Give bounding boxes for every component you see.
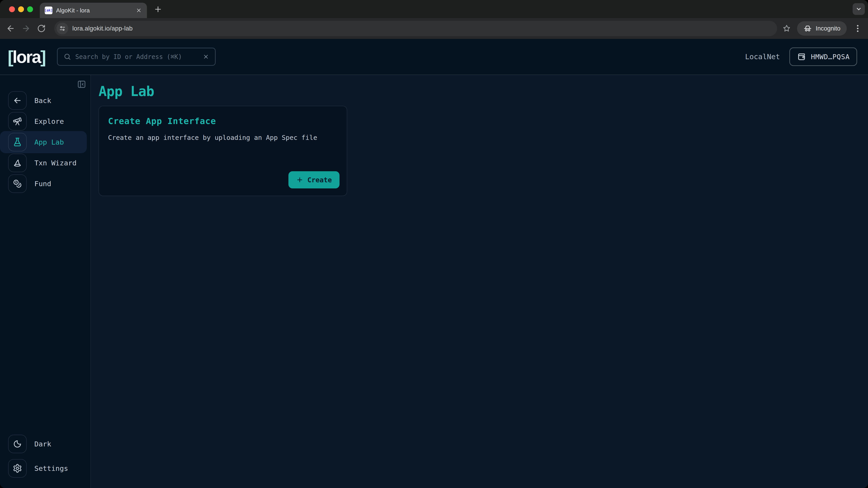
browser-menu-button[interactable] bbox=[852, 22, 863, 35]
sidebar-footer: Dark Settings bbox=[0, 435, 90, 478]
create-app-interface-card: Create App Interface Create an app inter… bbox=[98, 106, 347, 196]
card-description: Create an app interface by uploading an … bbox=[108, 134, 338, 141]
telescope-icon bbox=[8, 112, 27, 131]
sidebar-item-txn-wizard[interactable]: Txn Wizard bbox=[0, 154, 90, 172]
incognito-label: Incognito bbox=[815, 25, 840, 32]
wallet-address: HMWD…PQSA bbox=[811, 53, 850, 61]
app-header: [lora] LocalNet HMWD…PQSA bbox=[0, 39, 868, 75]
tab-close-icon[interactable] bbox=[135, 6, 143, 14]
main-content: App Lab Create App Interface Create an a… bbox=[91, 75, 868, 488]
window-controls bbox=[9, 6, 33, 12]
bookmark-button[interactable] bbox=[780, 22, 793, 35]
reload-icon bbox=[37, 24, 46, 33]
browser-tab[interactable]: [ak] AlgoKit - lora bbox=[40, 3, 147, 18]
sidebar-item-explore[interactable]: Explore bbox=[0, 112, 90, 131]
moon-icon bbox=[8, 435, 27, 453]
tab-strip: [ak] AlgoKit - lora bbox=[0, 0, 868, 18]
wizard-hat-icon bbox=[8, 154, 27, 172]
search-icon bbox=[64, 53, 71, 61]
tab-search-chevron-button[interactable] bbox=[852, 3, 865, 15]
page-title: App Lab bbox=[98, 83, 868, 100]
zoom-window-button[interactable] bbox=[27, 6, 33, 12]
search-input[interactable] bbox=[75, 53, 199, 61]
collapse-sidebar-button[interactable] bbox=[77, 79, 86, 89]
close-icon bbox=[203, 54, 209, 60]
browser-toolbar: lora.algokit.io/app-lab Incognito bbox=[0, 18, 868, 39]
coins-icon bbox=[8, 174, 27, 193]
wallet-button[interactable]: HMWD…PQSA bbox=[789, 47, 857, 66]
star-icon bbox=[782, 24, 791, 33]
forward-button[interactable] bbox=[20, 22, 32, 35]
app-body: Back Explore App Lab bbox=[0, 75, 868, 488]
incognito-icon bbox=[803, 24, 812, 33]
sidebar-item-back[interactable]: Back bbox=[0, 91, 90, 110]
kebab-menu-icon bbox=[857, 24, 859, 33]
lora-logo[interactable]: [lora] bbox=[8, 47, 45, 67]
chevron-down-icon bbox=[856, 6, 862, 12]
tab-title: AlgoKit - lora bbox=[56, 7, 131, 14]
incognito-badge: Incognito bbox=[797, 21, 847, 36]
sidebar-item-settings[interactable]: Settings bbox=[0, 459, 90, 478]
sidebar-item-label: Settings bbox=[34, 464, 68, 473]
arrow-left-icon bbox=[8, 91, 27, 110]
sidebar-item-label: App Lab bbox=[34, 138, 64, 146]
new-tab-button[interactable] bbox=[154, 5, 162, 13]
back-button[interactable] bbox=[4, 22, 17, 35]
card-title: Create App Interface bbox=[108, 116, 338, 126]
back-icon bbox=[6, 24, 15, 33]
gear-icon bbox=[8, 459, 27, 478]
sidebar-item-label: Fund bbox=[34, 180, 51, 188]
sidebar-nav: Back Explore App Lab bbox=[0, 91, 90, 195]
theme-toggle-dark[interactable]: Dark bbox=[0, 435, 90, 453]
plus-icon bbox=[296, 176, 303, 184]
wallet-icon bbox=[797, 52, 806, 61]
create-button[interactable]: Create bbox=[288, 171, 340, 188]
sidebar: Back Explore App Lab bbox=[0, 75, 91, 488]
sidebar-item-fund[interactable]: Fund bbox=[0, 174, 90, 193]
network-label[interactable]: LocalNet bbox=[745, 53, 780, 61]
minimize-window-button[interactable] bbox=[18, 6, 24, 12]
site-settings-button[interactable] bbox=[57, 23, 68, 34]
sidebar-item-label: Explore bbox=[34, 117, 64, 125]
close-window-button[interactable] bbox=[9, 6, 15, 12]
tab-favicon: [ak] bbox=[45, 6, 53, 14]
lora-app: [lora] LocalNet HMWD…PQSA bbox=[0, 39, 868, 488]
site-settings-icon bbox=[59, 25, 66, 32]
browser-window: [ak] AlgoKit - lora lora.algokit.io/a bbox=[0, 0, 868, 488]
clear-search-button[interactable] bbox=[203, 54, 209, 60]
sidebar-item-label: Back bbox=[34, 96, 51, 105]
address-bar[interactable]: lora.algokit.io/app-lab bbox=[54, 21, 777, 36]
collapse-sidebar-icon bbox=[77, 79, 86, 89]
create-button-label: Create bbox=[307, 176, 332, 184]
sidebar-item-app-lab[interactable]: App Lab bbox=[0, 133, 90, 151]
reload-button[interactable] bbox=[35, 22, 48, 35]
flask-icon bbox=[8, 133, 27, 151]
forward-icon bbox=[22, 24, 31, 33]
sidebar-item-label: Txn Wizard bbox=[34, 159, 76, 167]
sidebar-item-label: Dark bbox=[34, 440, 51, 448]
global-search[interactable] bbox=[57, 48, 216, 66]
url-text[interactable]: lora.algokit.io/app-lab bbox=[72, 25, 133, 32]
